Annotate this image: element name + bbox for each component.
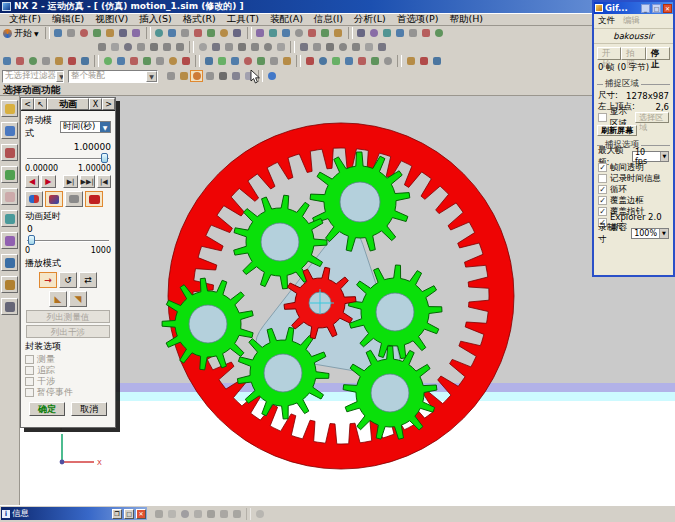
tool-icon[interactable] <box>121 41 134 53</box>
tool-icon[interactable] <box>316 55 329 67</box>
time-slider-thumb[interactable] <box>101 153 108 163</box>
tool-icon[interactable] <box>191 508 204 520</box>
play-backward-button[interactable]: ◀ <box>25 175 39 188</box>
play-once-mode-button[interactable]: → <box>39 272 57 288</box>
tool-icon[interactable] <box>91 27 104 39</box>
tool-icon[interactable] <box>420 27 433 39</box>
maximize-button[interactable]: □ <box>652 4 661 13</box>
menu-item-4[interactable]: 格式(R) <box>178 13 221 26</box>
tool-icon[interactable] <box>127 55 140 67</box>
resource-bar-icon[interactable] <box>1 188 18 205</box>
tool-icon[interactable] <box>173 41 186 53</box>
gif-start-button[interactable]: 开始 <box>597 47 621 60</box>
tool-icon[interactable] <box>332 27 345 39</box>
articulation-button-2[interactable]: ◥ <box>69 291 87 307</box>
play-forward-button[interactable]: ▶ <box>41 175 55 188</box>
tool-icon[interactable] <box>433 27 446 39</box>
tool-icon[interactable] <box>293 27 306 39</box>
tool-icon[interactable] <box>179 55 192 67</box>
resource-bar-icon[interactable] <box>1 122 18 139</box>
articulation-button-1[interactable]: ◣ <box>49 291 67 307</box>
menu-item-6[interactable]: 装配(A) <box>265 13 308 26</box>
tool-icon[interactable] <box>13 55 26 67</box>
list-interference-button[interactable]: 列出干涉 <box>26 325 110 338</box>
dialog-close-button[interactable]: X <box>89 98 102 110</box>
tool-icon[interactable] <box>166 27 179 39</box>
tool-icon[interactable] <box>134 41 147 53</box>
selection-scope-combo[interactable]: 整个装配 ▼ <box>68 70 158 83</box>
tool-icon[interactable] <box>101 55 114 67</box>
menu-item-2[interactable]: 视图(V) <box>90 13 133 26</box>
tool-icon[interactable] <box>349 41 362 53</box>
tool-icon[interactable] <box>381 55 394 67</box>
tab-next-button[interactable]: > <box>102 98 115 110</box>
restore-icon[interactable]: ❐ <box>112 509 122 519</box>
animation-tool-button[interactable] <box>45 191 63 207</box>
menu-item-0[interactable]: 文件(F) <box>4 13 46 26</box>
tool-icon[interactable] <box>404 55 417 67</box>
tool-icon[interactable] <box>153 27 166 39</box>
tool-icon[interactable] <box>203 70 216 82</box>
tool-icon[interactable] <box>323 41 336 53</box>
fps-combo[interactable]: 10 fps ▼ <box>632 151 669 162</box>
tool-icon[interactable] <box>329 55 342 67</box>
tool-icon[interactable] <box>319 27 332 39</box>
tool-icon[interactable] <box>164 70 177 82</box>
info-window-minimized[interactable]: i 信息 ❐ □ ✕ <box>1 507 147 520</box>
gif-option-2[interactable]: ✓循环 <box>597 184 670 195</box>
tool-icon[interactable] <box>430 55 443 67</box>
menu-item-7[interactable]: 信息(I) <box>309 13 348 26</box>
tool-icon[interactable] <box>375 41 388 53</box>
cancel-button[interactable]: 取消 <box>71 402 107 416</box>
tool-icon[interactable] <box>52 55 65 67</box>
refresh-screen-button[interactable]: 刷新屏幕 <box>597 125 637 136</box>
maximize-icon[interactable]: □ <box>124 509 134 519</box>
slide-mode-combo[interactable]: 时间(秒) ▼ <box>60 121 111 133</box>
close-icon[interactable]: ✕ <box>136 509 146 519</box>
tool-icon[interactable] <box>254 55 267 67</box>
tool-icon[interactable] <box>280 55 293 67</box>
motion-tool-button[interactable] <box>85 191 103 207</box>
tool-icon[interactable] <box>114 55 127 67</box>
resource-bar-icon[interactable] <box>1 210 18 227</box>
menu-item-9[interactable]: 首选项(P) <box>392 13 444 26</box>
gif-option-1[interactable]: 记录时间信息 <box>597 173 670 184</box>
tool-icon[interactable] <box>407 27 420 39</box>
tool-icon[interactable] <box>274 41 287 53</box>
minimize-button[interactable]: _ <box>641 4 650 13</box>
tool-icon[interactable] <box>261 41 274 53</box>
tool-icon[interactable] <box>39 55 52 67</box>
tool-icon[interactable] <box>130 27 143 39</box>
ok-button[interactable]: 确定 <box>29 402 65 416</box>
tool-icon[interactable] <box>160 41 173 53</box>
delay-slider-thumb[interactable] <box>28 235 35 245</box>
tool-icon[interactable] <box>65 55 78 67</box>
tool-icon[interactable] <box>108 41 121 53</box>
tool-icon[interactable] <box>0 55 13 67</box>
tool-icon[interactable] <box>204 508 217 520</box>
tool-icon[interactable] <box>26 55 39 67</box>
menu-item-10[interactable]: 帮助(H) <box>444 13 488 26</box>
tool-icon[interactable] <box>362 41 375 53</box>
tool-icon[interactable] <box>202 55 215 67</box>
tool-icon[interactable] <box>235 41 248 53</box>
tool-icon[interactable] <box>231 27 244 39</box>
gif-menu-file[interactable]: 文件 <box>598 15 615 27</box>
tool-icon[interactable] <box>196 41 209 53</box>
tool-icon[interactable] <box>192 27 205 39</box>
tool-icon[interactable] <box>218 27 231 39</box>
tool-icon[interactable] <box>336 41 349 53</box>
tool-icon[interactable] <box>254 27 267 39</box>
tool-icon[interactable] <box>152 508 165 520</box>
resource-bar-icon[interactable] <box>1 100 18 117</box>
tool-icon[interactable] <box>368 55 381 67</box>
list-measure-button[interactable]: 列出测量值 <box>26 310 110 323</box>
tool-icon[interactable] <box>215 55 228 67</box>
tool-icon[interactable] <box>229 70 242 82</box>
menu-item-8[interactable]: 分析(L) <box>349 13 391 26</box>
tool-icon[interactable] <box>230 508 243 520</box>
tool-icon[interactable] <box>241 55 254 67</box>
tool-icon[interactable] <box>216 70 229 82</box>
tool-icon[interactable] <box>153 55 166 67</box>
menu-item-5[interactable]: 工具(T) <box>222 13 264 26</box>
